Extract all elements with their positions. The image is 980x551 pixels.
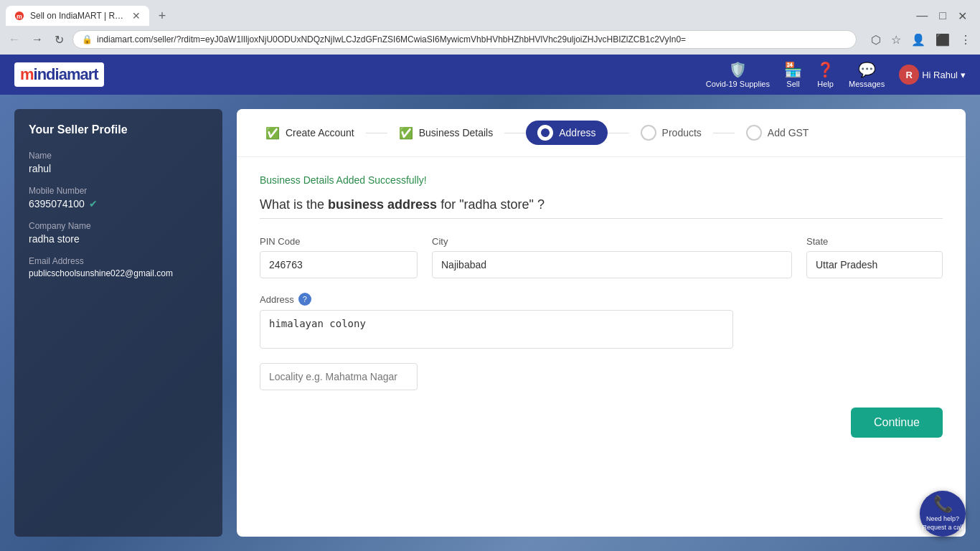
nav-help-label: Help <box>817 80 834 88</box>
location-row: PIN Code City State <box>260 236 943 278</box>
state-label: State <box>806 236 943 247</box>
name-label: Name <box>29 151 208 161</box>
state-input[interactable] <box>806 251 943 278</box>
help-float-label: Need help?Request a call <box>922 515 963 532</box>
phone-icon: 📞 <box>933 495 953 514</box>
step-active-dot <box>541 128 550 137</box>
nav-messages-label: Messages <box>849 80 885 88</box>
logo-text: indiamart <box>34 65 98 83</box>
pin-group: PIN Code <box>260 236 418 278</box>
address-label: Address <box>260 294 294 305</box>
form-divider <box>260 218 943 219</box>
continue-button[interactable]: Continue <box>851 408 943 438</box>
menu-icon[interactable]: ⋮ <box>957 32 974 48</box>
back-button[interactable]: ← <box>6 30 23 49</box>
step-create-label: Create Account <box>286 127 354 138</box>
forward-button[interactable]: → <box>29 30 46 49</box>
company-label: Company Name <box>29 221 208 231</box>
nav-user[interactable]: R Hi Rahul ▾ <box>899 65 966 85</box>
address-help-icon[interactable]: ? <box>298 293 311 306</box>
state-group: State <box>806 236 943 278</box>
sell-icon: 🏪 <box>784 61 802 78</box>
top-navbar: mindiamart 🛡️ Covid-19 Supplies 🏪 Sell ❓… <box>0 55 980 95</box>
new-tab-button[interactable]: + <box>152 6 172 26</box>
step-sep-2 <box>504 133 526 133</box>
extensions-icon[interactable]: ⬛ <box>933 32 953 48</box>
address-textarea[interactable]: himalayan colony <box>260 310 733 349</box>
nav-messages[interactable]: 💬 Messages <box>849 61 885 88</box>
name-value: rahul <box>29 163 208 174</box>
step-products[interactable]: Products <box>629 121 713 145</box>
steps-bar: ✅ Create Account ✅ Business Details Addr… <box>237 109 966 157</box>
email-label: Email Address <box>29 256 208 266</box>
step-sep-3 <box>608 133 629 133</box>
verified-icon: ✔ <box>89 198 98 209</box>
pin-input[interactable] <box>260 251 418 278</box>
help-icon: ❓ <box>816 61 834 78</box>
bookmark-icon[interactable]: ☆ <box>888 32 904 48</box>
reload-button[interactable]: ↻ <box>52 30 67 50</box>
step-business-details[interactable]: ✅ Business Details <box>387 122 505 144</box>
address-bar[interactable]: 🔒 indiamart.com/seller/?rditm=eyJ0aW1lIl… <box>72 30 857 49</box>
step-business-label: Business Details <box>419 127 494 138</box>
help-float-button[interactable]: 📞 Need help?Request a call <box>920 491 966 537</box>
address-label-row: Address ? <box>260 293 943 306</box>
maximize-button[interactable]: □ <box>935 9 951 22</box>
security-icon: 🔒 <box>82 34 93 44</box>
step-add-gst[interactable]: Add GST <box>735 121 821 145</box>
step-sep-1 <box>366 133 387 133</box>
user-label: Hi Rahul <box>922 70 958 80</box>
nav-help[interactable]: ❓ Help <box>816 61 834 88</box>
company-value: radha store <box>29 233 208 245</box>
logo-area[interactable]: mindiamart <box>14 62 104 87</box>
locality-row <box>260 363 943 390</box>
profile-icon[interactable]: 👤 <box>908 32 928 48</box>
user-avatar: R <box>899 65 919 85</box>
logo-m: m <box>20 65 34 83</box>
question-prefix: What is the <box>260 197 324 212</box>
svg-text:m: m <box>17 13 22 20</box>
profile-name-row: Name rahul <box>29 151 208 174</box>
url-text: indiamart.com/seller/?rditm=eyJ0aW1lIljo… <box>97 34 847 44</box>
user-initial: R <box>905 70 912 80</box>
mobile-number: 6395074100 <box>29 198 85 209</box>
locality-input[interactable] <box>260 363 418 390</box>
email-value: publicschoolsunshine022@gmail.com <box>29 268 208 278</box>
profile-email-row: Email Address publicschoolsunshine022@gm… <box>29 256 208 278</box>
tab-favicon: m <box>14 11 24 21</box>
step-circle-products <box>641 125 656 141</box>
main-form: ✅ Create Account ✅ Business Details Addr… <box>237 109 966 537</box>
nav-sell[interactable]: 🏪 Sell <box>784 61 802 88</box>
success-message: Business Details Added Successfully! <box>260 174 943 186</box>
profile-mobile-row: Mobile Number 6395074100 ✔ <box>29 186 208 209</box>
step-address-label: Address <box>559 127 595 138</box>
profile-company-row: Company Name radha store <box>29 221 208 245</box>
nav-covid[interactable]: 🛡️ Covid-19 Supplies <box>706 61 770 88</box>
address-section: Address ? himalayan colony <box>260 293 943 352</box>
cast-icon[interactable]: ⬡ <box>868 32 884 48</box>
user-chevron-icon: ▾ <box>961 70 966 80</box>
step-check-create: ✅ <box>265 126 280 140</box>
step-create-account[interactable]: ✅ Create Account <box>254 122 366 144</box>
step-check-business: ✅ <box>399 126 413 140</box>
city-input[interactable] <box>432 251 792 278</box>
minimize-button[interactable]: — <box>912 9 932 22</box>
step-products-label: Products <box>662 127 702 138</box>
form-question: What is the business address for "radha … <box>260 197 943 212</box>
pin-label: PIN Code <box>260 236 418 247</box>
browser-tab[interactable]: m Sell on IndiaMART | Register.com ✕ <box>6 6 149 26</box>
indiamart-logo: mindiamart <box>14 62 104 87</box>
seller-profile-panel: Your Seller Profile Name rahul Mobile Nu… <box>14 109 222 537</box>
form-footer: Continue <box>237 408 966 438</box>
city-group: City <box>432 236 792 278</box>
step-circle-address <box>537 125 553 141</box>
panel-title: Your Seller Profile <box>29 123 208 136</box>
nav-covid-label: Covid-19 Supplies <box>706 80 770 88</box>
step-address[interactable]: Address <box>526 121 607 145</box>
tab-close-button[interactable]: ✕ <box>132 10 141 22</box>
nav-sell-label: Sell <box>786 80 799 88</box>
step-sep-4 <box>713 133 735 133</box>
mobile-label: Mobile Number <box>29 186 208 196</box>
question-suffix: for "radha store" ? <box>440 197 545 212</box>
close-window-button[interactable]: ✕ <box>953 9 971 23</box>
